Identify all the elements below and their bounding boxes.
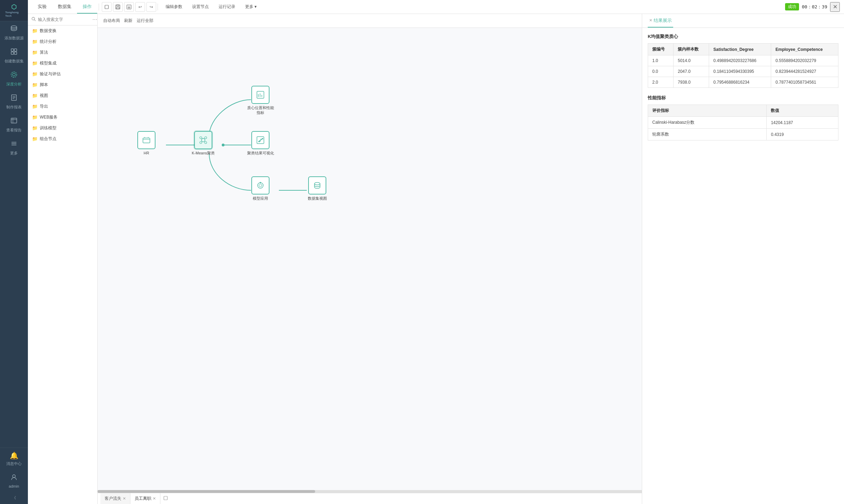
svg-point-42	[262, 138, 263, 139]
left-panel: ⋯ 📁 数据变换 📁 统计分析 📁 算法 📁 模型集成	[28, 14, 98, 504]
category-validate-eval[interactable]: 📁 验证与评估	[28, 69, 97, 79]
node-model-apply-label: 模型应用	[253, 196, 268, 201]
folder-icon: 📁	[32, 93, 38, 98]
folder-icon: 📁	[32, 104, 38, 109]
category-combo-node[interactable]: 📁 组合节点	[28, 133, 97, 144]
bottom-tab-customer-loss[interactable]: 客户流失 ✕	[100, 493, 130, 504]
node-hr-box	[137, 131, 155, 149]
set-nodes-button[interactable]: 设置节点	[189, 2, 212, 11]
table-cell: 0.8239444281524927	[771, 66, 838, 77]
view-report-icon	[10, 117, 18, 126]
node-hr[interactable]: HR	[132, 131, 160, 155]
right-panel: ✕ 结果展示 K均值聚类质心 簇编号 簇内样本数 Satisfaction_De…	[642, 14, 844, 504]
bottom-tab-close-icon2[interactable]: ✕	[153, 496, 156, 501]
category-algorithm[interactable]: 📁 算法	[28, 47, 97, 58]
category-train-model[interactable]: 📁 训练模型	[28, 123, 97, 133]
svg-rect-20	[117, 5, 119, 6]
sidebar-item-admin[interactable]: admin	[0, 470, 28, 492]
svg-rect-21	[116, 7, 119, 9]
sidebar-item-create-report[interactable]: 制作报表	[0, 90, 28, 113]
sidebar-logo: ⬡ Tonghong Tech	[0, 0, 28, 21]
canvas-toolbar: 自动布局 刷新 运行全部	[98, 14, 642, 28]
svg-rect-52	[164, 496, 167, 500]
svg-rect-39	[257, 137, 264, 144]
workflow-canvas[interactable]: HR K-Means聚类 聚类结果可视化	[98, 28, 642, 493]
svg-rect-2	[14, 49, 17, 51]
sidebar-item-more[interactable]: 更多	[0, 136, 28, 159]
add-datasource-icon	[10, 25, 18, 34]
tab-operation[interactable]: 操作	[77, 0, 97, 14]
category-model-ensemble[interactable]: 📁 模型集成	[28, 58, 97, 69]
svg-point-50	[260, 182, 261, 183]
node-cluster-vis-label: 聚类结果可视化	[247, 151, 274, 155]
bottom-tab-employee-leave[interactable]: 员工离职 ✕	[130, 493, 160, 504]
category-view[interactable]: 📁 视图	[28, 90, 97, 101]
auto-layout-button[interactable]: 自动布局	[103, 18, 120, 24]
node-hr-label: HR	[144, 151, 149, 155]
sidebar-item-create-dataset[interactable]: 创建数据集	[0, 44, 28, 67]
bottom-tab-close-icon[interactable]: ✕	[123, 496, 126, 501]
search-input[interactable]	[38, 17, 90, 22]
category-stat-analysis[interactable]: 📁 统计分析	[28, 36, 97, 47]
svg-point-34	[205, 137, 207, 139]
rp-tab-close-icon[interactable]: ✕	[649, 18, 652, 23]
table-cell: 14204.1187	[767, 117, 838, 129]
table-cell: 2.0	[648, 77, 674, 88]
category-script[interactable]: 📁 脚本	[28, 79, 97, 90]
folder-icon: 📁	[32, 136, 38, 142]
main-area: 实验 数据集 操作 ↩ ↪	[28, 0, 844, 504]
svg-line-37	[202, 138, 203, 139]
bottom-tabbar: 客户流失 ✕ 员工离职 ✕	[98, 493, 642, 504]
sidebar-collapse[interactable]: 《	[0, 492, 28, 504]
node-kmeans[interactable]: K-Means聚类	[189, 131, 217, 155]
node-quality-pos[interactable]: 质心位置和性能指标	[246, 86, 274, 115]
bottom-tab-label: 员工离职	[135, 496, 151, 502]
sidebar-item-label: 深度分析	[6, 82, 22, 87]
svg-point-6	[11, 72, 17, 77]
sidebar-item-add-datasource[interactable]: 添加数据源	[0, 21, 28, 44]
folder-icon: 📁	[32, 115, 38, 120]
table-row: 1.05014.00.498894202032276860.5558894202…	[648, 55, 838, 66]
svg-rect-4	[14, 52, 17, 54]
new-button[interactable]	[102, 2, 112, 12]
node-dataset-view[interactable]: 数据集视图	[303, 176, 331, 201]
sidebar-item-deep-analysis[interactable]: 深度分析	[0, 67, 28, 90]
sidebar-item-view-report[interactable]: 查看报告	[0, 113, 28, 136]
category-web-service[interactable]: 📁 WEB服务	[28, 112, 97, 123]
node-model-apply[interactable]: 模型应用	[246, 176, 274, 201]
save-button[interactable]	[113, 2, 123, 12]
close-button[interactable]: ✕	[830, 2, 840, 12]
more-dropdown-button[interactable]: 更多 ▾	[242, 2, 260, 11]
category-data-transform[interactable]: 📁 数据变换	[28, 25, 97, 36]
category-label: 统计分析	[40, 39, 56, 45]
svg-point-33	[200, 137, 202, 139]
canvas-scrollbar[interactable]	[98, 490, 642, 493]
status-badge: 成功	[785, 3, 799, 10]
run-log-button[interactable]: 运行记录	[215, 2, 239, 11]
svg-point-41	[260, 139, 262, 140]
sidebar-item-label: admin	[9, 484, 19, 488]
node-quality-pos-box	[251, 86, 269, 104]
tab-experiment[interactable]: 实验	[32, 0, 52, 14]
undo-button[interactable]: ↩	[135, 2, 145, 12]
svg-point-48	[258, 183, 263, 188]
right-panel-tabs: ✕ 结果展示	[642, 14, 844, 28]
topnav-text-btns: 编辑参数 设置节点 运行记录 更多 ▾	[162, 2, 260, 11]
svg-rect-28	[143, 138, 150, 143]
edit-params-button[interactable]: 编辑参数	[162, 2, 186, 11]
saveas-button[interactable]	[124, 2, 134, 12]
search-more-icon[interactable]: ⋯	[92, 17, 97, 22]
run-all-button[interactable]: 运行全部	[137, 18, 153, 24]
rp-tab-results[interactable]: ✕ 结果展示	[648, 14, 673, 28]
category-export[interactable]: 📁 导出	[28, 101, 97, 112]
redo-button[interactable]: ↪	[146, 2, 156, 12]
perf-section-title: 性能指标	[648, 95, 838, 101]
tab-dataset[interactable]: 数据集	[52, 0, 77, 14]
refresh-button[interactable]: 刷新	[124, 18, 132, 24]
bottom-add-tab-button[interactable]	[160, 496, 171, 502]
category-label: 组合节点	[40, 136, 56, 142]
node-cluster-vis[interactable]: 聚类结果可视化	[246, 131, 274, 155]
sidebar-item-notifications[interactable]: 🔔 消息中心	[0, 448, 28, 470]
canvas-scrollbar-thumb	[98, 490, 315, 493]
svg-rect-18	[105, 5, 108, 9]
